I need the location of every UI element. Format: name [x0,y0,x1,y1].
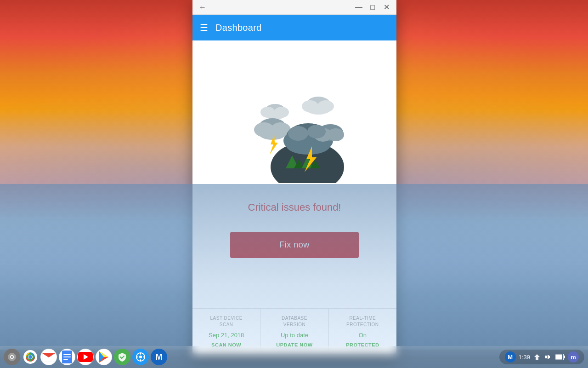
hamburger-icon[interactable]: ☰ [200,22,208,33]
svg-rect-53 [545,356,547,358]
malwarebytes-icon[interactable]: M [151,349,167,365]
svg-point-3 [265,110,285,120]
title-bar: ← — □ ✕ [192,0,396,15]
app-window: ← — □ ✕ ☰ Dashboard [192,0,396,354]
minimize-button[interactable]: — [352,1,365,14]
system-tray[interactable]: M 1:39 m [499,350,584,364]
scan-value: Sep 21, 2018 [209,332,244,339]
svg-rect-50 [140,359,141,361]
critical-issues-text: Critical issues found! [248,201,341,213]
fix-now-button[interactable]: Fix now [230,232,359,258]
volume-icon [544,353,552,361]
svg-point-11 [259,127,286,140]
security-app-icon[interactable] [114,349,130,365]
taskbar-left: M [4,349,167,365]
tray-mail-icon: M [505,351,516,362]
scan-label: LAST DEVICESCAN [210,315,242,328]
svg-point-26 [288,126,308,141]
svg-rect-55 [556,355,562,360]
docs-icon[interactable] [59,349,75,365]
svg-point-27 [307,125,326,138]
storm-illustration [244,91,345,192]
svg-rect-18 [281,168,336,174]
battery-icon [555,354,565,360]
db-label: DATABASEVERSION [282,315,307,328]
play-store-icon[interactable] [96,349,112,365]
close-button[interactable]: ✕ [380,1,393,14]
network-icon [533,353,541,361]
gmail-icon[interactable] [40,349,57,365]
taskbar: M M 1:39 m [0,346,588,368]
svg-rect-39 [63,356,71,357]
svg-point-7 [306,104,330,115]
account-icon[interactable]: m [568,351,579,362]
svg-rect-52 [143,356,145,357]
launcher-icon[interactable] [4,349,20,365]
chrome-browser-icon[interactable] [22,349,39,365]
svg-rect-38 [63,354,71,355]
back-button[interactable]: ← [196,1,209,14]
title-bar-left: ← [196,1,209,14]
desktop: ← — □ ✕ ☰ Dashboard [0,0,588,368]
maximize-button[interactable]: □ [366,1,379,14]
settings-icon[interactable] [132,349,149,365]
youtube-icon[interactable] [77,349,94,365]
clock: 1:39 [519,354,530,361]
svg-point-35 [28,355,32,359]
svg-point-48 [139,356,142,358]
svg-rect-56 [564,356,565,358]
svg-point-25 [328,128,344,141]
svg-rect-49 [140,353,141,355]
protection-value: On [359,332,367,339]
app-header: ☰ Dashboard [192,15,396,40]
title-bar-controls: — □ ✕ [352,1,393,14]
svg-rect-51 [136,356,138,357]
main-content: Critical issues found! Fix now [192,40,396,308]
db-value: Up to date [281,332,308,339]
protection-label: REAL-TIMEPROTECTION [346,315,379,328]
svg-rect-40 [63,359,68,360]
app-title: Dashboard [215,23,262,33]
svg-point-31 [11,356,13,358]
